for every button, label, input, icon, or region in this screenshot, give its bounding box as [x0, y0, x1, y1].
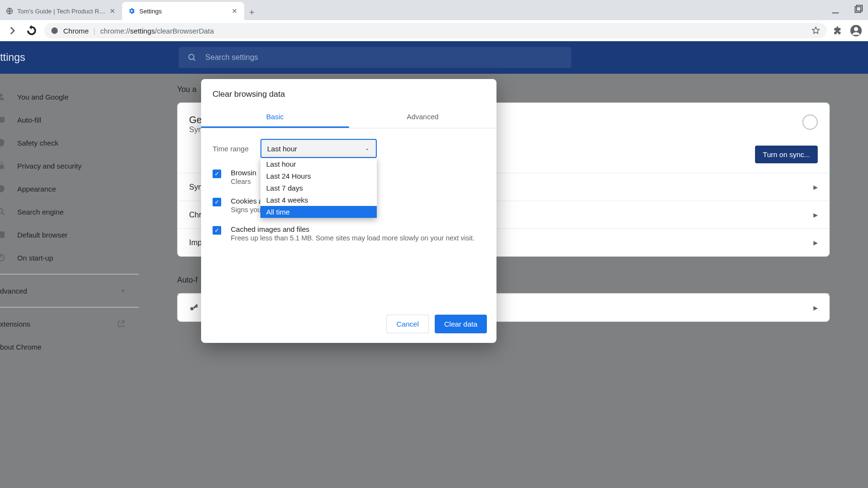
chevron-right-icon: ▶ — [813, 212, 818, 218]
cancel-button[interactable]: Cancel — [386, 315, 429, 333]
browser-tab-settings[interactable]: Settings ✕ — [122, 2, 244, 20]
url-path: /clearBrowserData — [155, 27, 214, 35]
sidebar-label: Appearance — [17, 185, 56, 193]
sidebar-label: Safety check — [17, 139, 58, 147]
tab-basic[interactable]: Basic — [201, 107, 349, 128]
time-range-select[interactable]: Last hour — [260, 139, 377, 158]
dropdown-option[interactable]: Last 24 Hours — [260, 170, 377, 182]
check-desc: Frees up less than 5.1 MB. Some sites ma… — [231, 234, 474, 242]
clear-data-button[interactable]: Clear data — [435, 315, 487, 333]
svg-rect-2 — [855, 7, 861, 12]
sidebar-label: dvanced — [0, 287, 27, 295]
sidebar-label: Auto-fill — [17, 116, 41, 124]
new-tab-button[interactable]: + — [244, 5, 259, 20]
browser-tab-toms-guide[interactable]: Tom's Guide | Tech Product Revie ✕ — [0, 2, 122, 20]
gear-icon — [128, 7, 135, 15]
url-label: Chrome — [63, 27, 89, 35]
sidebar-label: xtensions — [0, 320, 30, 328]
close-icon[interactable]: ✕ — [109, 7, 116, 15]
tab-title: Tom's Guide | Tech Product Revie — [17, 8, 109, 15]
check-title: Cached images and files — [231, 225, 474, 233]
chevron-down-icon: ▼ — [121, 288, 125, 294]
external-link-icon — [117, 319, 125, 328]
svg-point-6 — [854, 27, 858, 31]
svg-rect-11 — [0, 165, 4, 169]
svg-line-14 — [2, 213, 4, 215]
url-scheme: chrome:// — [100, 27, 130, 35]
divider — [0, 274, 139, 274]
row-label: Chr — [189, 211, 202, 219]
star-icon[interactable] — [812, 26, 820, 35]
search-input[interactable] — [205, 53, 563, 62]
svg-point-4 — [51, 27, 57, 34]
lock-icon — [0, 161, 6, 170]
time-range-label: Time range — [213, 145, 251, 153]
checkbox-cache[interactable]: ✓ — [213, 226, 221, 235]
reload-icon[interactable] — [25, 24, 38, 37]
shield-icon — [0, 138, 6, 148]
sidebar-label: You and Google — [17, 93, 68, 101]
time-range-dropdown: Last hour Last 24 Hours Last 7 days Last… — [260, 158, 377, 218]
chevron-right-icon: ▶ — [813, 239, 818, 246]
sidebar-item-appearance[interactable]: Appearance — [0, 177, 139, 200]
dropdown-option[interactable]: Last 4 weeks — [260, 194, 377, 206]
selected-value: Last hour — [267, 145, 297, 153]
row-label: Syn — [189, 183, 203, 192]
sidebar-item-safety-check[interactable]: Safety check — [0, 131, 139, 154]
extensions-icon[interactable] — [833, 26, 842, 35]
chevron-right-icon: ▶ — [813, 184, 818, 191]
svg-line-8 — [193, 59, 195, 61]
autofill-icon — [0, 115, 6, 125]
sidebar-label: On start-up — [17, 254, 53, 262]
svg-point-12 — [0, 185, 5, 193]
checkbox-browsing-history[interactable]: ✓ — [213, 170, 221, 178]
turn-on-sync-button[interactable]: Turn on sync... — [755, 146, 818, 163]
svg-point-18 — [191, 307, 194, 310]
url-bold: settings — [130, 27, 155, 35]
row-label: Imp — [189, 238, 202, 247]
search-settings-box[interactable] — [179, 47, 571, 68]
power-icon — [0, 253, 6, 262]
svg-point-9 — [0, 93, 2, 97]
dropdown-option[interactable]: Last 7 days — [260, 182, 377, 194]
checkbox-cookies[interactable]: ✓ — [213, 198, 221, 206]
sidebar-item-you-and-google[interactable]: You and Google — [0, 85, 139, 108]
address-bar[interactable]: Chrome | chrome://settings/clearBrowserD… — [44, 23, 827, 38]
check-title: Browsin — [231, 169, 256, 177]
divider — [0, 307, 139, 307]
sidebar-item-advanced[interactable]: dvanced ▼ — [0, 279, 139, 302]
tab-advanced[interactable]: Advanced — [349, 107, 497, 128]
sidebar-label: Search engine — [17, 208, 64, 216]
dropdown-option[interactable]: Last hour — [260, 158, 377, 170]
person-icon — [0, 92, 6, 102]
sidebar-item-autofill[interactable]: Auto-fill — [0, 108, 139, 131]
close-icon[interactable]: ✕ — [231, 7, 238, 15]
sidebar-label: Default browser — [17, 231, 68, 239]
tab-title: Settings — [139, 8, 231, 15]
sidebar-item-default-browser[interactable]: Default browser — [0, 223, 139, 246]
browser-icon — [0, 230, 6, 239]
chevron-right-icon: ▶ — [813, 305, 818, 311]
key-icon — [189, 303, 199, 313]
forward-icon[interactable] — [6, 24, 19, 37]
page-title: ettings — [0, 51, 25, 64]
sidebar-item-search-engine[interactable]: Search engine — [0, 200, 139, 223]
dropdown-option[interactable]: All time — [260, 206, 377, 218]
profile-icon[interactable] — [850, 24, 862, 37]
sidebar-item-extensions[interactable]: xtensions — [0, 312, 139, 335]
maximize-icon[interactable] — [853, 4, 864, 16]
sidebar-label: bout Chrome — [0, 343, 42, 351]
search-icon — [0, 207, 6, 216]
sidebar-item-privacy[interactable]: Privacy and security — [0, 154, 139, 177]
chrome-icon — [51, 27, 58, 34]
sidebar-item-startup[interactable]: On start-up — [0, 246, 139, 269]
avatar — [802, 114, 818, 130]
sidebar-item-about[interactable]: bout Chrome — [0, 335, 139, 358]
search-icon — [187, 53, 197, 62]
palette-icon — [0, 184, 6, 193]
sidebar-label: Privacy and security — [17, 162, 81, 170]
chevron-down-icon — [364, 146, 370, 151]
svg-rect-10 — [0, 117, 5, 123]
minimize-icon[interactable] — [830, 4, 841, 16]
dialog-title: Clear browsing data — [201, 79, 496, 107]
